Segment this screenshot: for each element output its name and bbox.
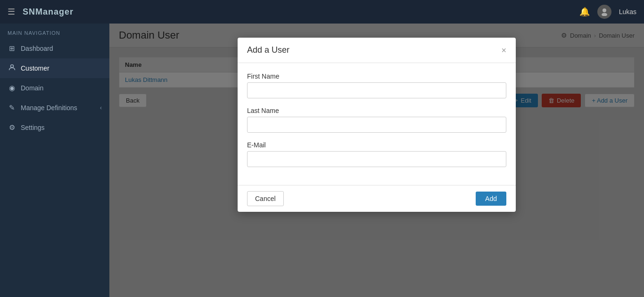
top-bar: ☰ SNManager 🔔 Lukas: [0, 0, 644, 24]
brand-logo: SNManager: [23, 7, 74, 17]
sidebar-item-label: Domain: [21, 84, 43, 92]
top-left: ☰ SNManager: [8, 7, 74, 17]
top-right: 🔔 Lukas: [579, 5, 636, 19]
first-name-input[interactable]: [247, 82, 506, 98]
cancel-button[interactable]: Cancel: [247, 191, 284, 206]
modal-body: First Name Last Name E-Mail: [238, 63, 516, 185]
add-button[interactable]: Add: [476, 192, 506, 206]
email-group: E-Mail: [247, 141, 506, 167]
customer-icon: [8, 64, 16, 72]
content-area: Domain User ⚙ Domain › Domain User Name …: [109, 24, 644, 297]
email-input[interactable]: [247, 151, 506, 167]
user-name[interactable]: Lukas: [619, 8, 636, 16]
sidebar-item-label: Settings: [21, 124, 45, 131]
sidebar-item-dashboard[interactable]: ⊞ Dashboard: [0, 39, 109, 58]
bell-icon[interactable]: 🔔: [579, 7, 590, 17]
settings-icon: ⚙: [8, 123, 16, 132]
avatar[interactable]: [597, 5, 611, 19]
sidebar-item-label: Manage Definitions: [21, 104, 77, 112]
app-wrapper: ☰ SNManager 🔔 Lukas MAIN NAVIGATION ⊞ Da…: [0, 0, 644, 297]
chevron-left-icon: ‹: [100, 104, 102, 111]
sidebar-item-domain[interactable]: ◉ Domain: [0, 78, 109, 98]
first-name-label: First Name: [247, 72, 506, 80]
add-user-modal: Add a User × First Name Last Name: [238, 38, 516, 212]
last-name-group: Last Name: [247, 107, 506, 133]
email-label: E-Mail: [247, 141, 506, 149]
svg-point-1: [602, 13, 607, 16]
sidebar-item-label: Dashboard: [21, 45, 53, 52]
svg-point-2: [10, 65, 13, 68]
last-name-input[interactable]: [247, 117, 506, 133]
sidebar: MAIN NAVIGATION ⊞ Dashboard Customer ◉ D…: [0, 24, 109, 297]
sidebar-item-customer[interactable]: Customer: [0, 58, 109, 78]
modal-footer: Cancel Add: [238, 185, 516, 212]
modal-header: Add a User ×: [238, 38, 516, 63]
main-area: MAIN NAVIGATION ⊞ Dashboard Customer ◉ D…: [0, 24, 644, 297]
modal-title: Add a User: [247, 45, 289, 55]
modal-close-button[interactable]: ×: [501, 46, 506, 55]
modal-overlay: Add a User × First Name Last Name: [109, 24, 644, 297]
manage-definitions-icon: ✎: [8, 104, 16, 112]
last-name-label: Last Name: [247, 107, 506, 114]
first-name-group: First Name: [247, 72, 506, 98]
svg-point-0: [603, 8, 606, 12]
domain-icon: ◉: [8, 84, 16, 92]
sidebar-item-settings[interactable]: ⚙ Settings: [0, 118, 109, 137]
sidebar-item-label: Customer: [21, 64, 50, 72]
dashboard-icon: ⊞: [8, 44, 16, 53]
sidebar-item-manage-definitions[interactable]: ✎ Manage Definitions ‹: [0, 98, 109, 118]
hamburger-icon[interactable]: ☰: [8, 7, 15, 17]
sidebar-section-label: MAIN NAVIGATION: [0, 24, 109, 39]
